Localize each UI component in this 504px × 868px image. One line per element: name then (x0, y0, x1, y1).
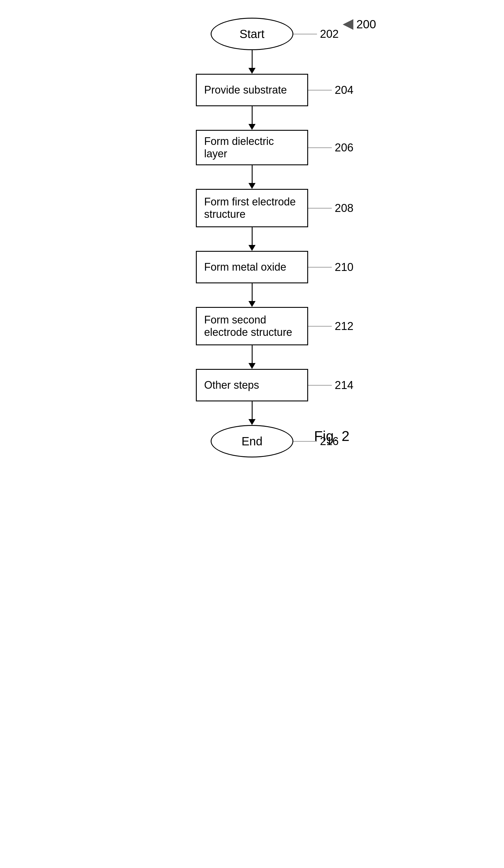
connector-line-4 (252, 227, 253, 245)
form-dielectric-label: Form dielectric layer (204, 135, 300, 160)
form-first-electrode-node: Form first electrode structure 208 (196, 189, 308, 227)
form-dielectric-box: Form dielectric layer (196, 130, 308, 165)
arrow-down-1 (249, 68, 255, 74)
arrow-down-7 (249, 419, 255, 425)
figure-number: 200 (356, 18, 376, 31)
start-ellipse: Start (211, 18, 293, 50)
form-dielectric-node: Form dielectric layer 206 (196, 130, 308, 165)
start-row: Start 202 (211, 18, 293, 50)
form-second-electrode-ref-line: 212 (308, 320, 353, 333)
end-ellipse: End (211, 425, 293, 457)
connector-5 (249, 283, 255, 307)
start-label: Start (240, 28, 264, 41)
form-dielectric-ref: 206 (335, 141, 353, 154)
arrow-down-2 (249, 124, 255, 130)
figure-arrow-icon (343, 19, 353, 30)
fmo-connector-line (308, 267, 332, 267)
form-dielectric-row: Form dielectric layer 206 (196, 130, 308, 165)
other-steps-box: Other steps (196, 369, 308, 401)
provide-substrate-label: Provide substrate (204, 84, 287, 96)
connector-line-1 (252, 50, 253, 68)
connector-3 (249, 165, 255, 189)
form-first-electrode-ref: 208 (335, 202, 353, 215)
figure-label: Fig. 2 (314, 428, 350, 444)
other-steps-row: Other steps 214 (196, 369, 308, 401)
provide-substrate-node: Provide substrate 204 (196, 74, 308, 106)
form-dielectric-ref-line: 206 (308, 141, 353, 154)
connector-line-3 (252, 165, 253, 183)
other-steps-ref: 214 (335, 379, 353, 392)
provide-substrate-row: Provide substrate 204 (196, 74, 308, 106)
start-node: Start 202 (211, 18, 293, 50)
provide-substrate-box: Provide substrate (196, 74, 308, 106)
form-second-electrode-ref: 212 (335, 320, 353, 333)
end-label: End (241, 435, 262, 448)
form-metal-oxide-box: Form metal oxide (196, 251, 308, 283)
ps-connector-line (308, 90, 332, 90)
connector-2 (249, 106, 255, 130)
other-steps-node: Other steps 214 (196, 369, 308, 401)
form-metal-oxide-ref: 210 (335, 261, 353, 273)
arrow-down-6 (249, 363, 255, 369)
form-second-electrode-label: Form second electrode structure (204, 314, 300, 339)
form-first-electrode-box: Form first electrode structure (196, 189, 308, 227)
start-connector-line (293, 34, 317, 34)
form-second-electrode-box: Form second electrode structure (196, 307, 308, 345)
diagram-container: 200 Start 202 Provide substrate 204 (119, 0, 385, 868)
form-second-electrode-node: Form second electrode structure 212 (196, 307, 308, 345)
arrow-down-4 (249, 245, 255, 251)
form-first-electrode-ref-line: 208 (308, 202, 353, 215)
start-ref-number: 202 (320, 28, 339, 40)
other-steps-ref-line: 214 (308, 379, 353, 392)
end-node: End 216 (211, 425, 293, 457)
form-first-electrode-label: Form first electrode structure (204, 196, 300, 220)
connector-7 (249, 401, 255, 425)
form-metal-oxide-ref-line: 210 (308, 261, 353, 273)
end-connector-line (293, 441, 317, 442)
arrow-down-3 (249, 183, 255, 189)
end-row: End 216 (211, 425, 293, 457)
fd-connector-line (308, 147, 332, 148)
form-metal-oxide-label: Form metal oxide (204, 261, 286, 273)
connector-line-5 (252, 283, 253, 301)
connector-line-6 (252, 345, 253, 363)
connector-4 (249, 227, 255, 251)
connector-1 (249, 50, 255, 74)
provide-substrate-ref-line: 204 (308, 84, 353, 96)
start-ref-line: 202 (293, 28, 339, 40)
fse-connector-line (308, 326, 332, 327)
connector-6 (249, 345, 255, 369)
form-metal-oxide-node: Form metal oxide 210 (196, 251, 308, 283)
arrow-down-5 (249, 301, 255, 307)
os-connector-line (308, 385, 332, 385)
connector-line-2 (252, 106, 253, 124)
form-first-electrode-row: Form first electrode structure 208 (196, 189, 308, 227)
provide-substrate-ref: 204 (335, 84, 353, 96)
form-metal-oxide-row: Form metal oxide 210 (196, 251, 308, 283)
connector-line-7 (252, 401, 253, 419)
form-second-electrode-row: Form second electrode structure 212 (196, 307, 308, 345)
figure-number-label: 200 (343, 18, 376, 31)
ffe-connector-line (308, 208, 332, 208)
other-steps-label: Other steps (204, 379, 259, 391)
